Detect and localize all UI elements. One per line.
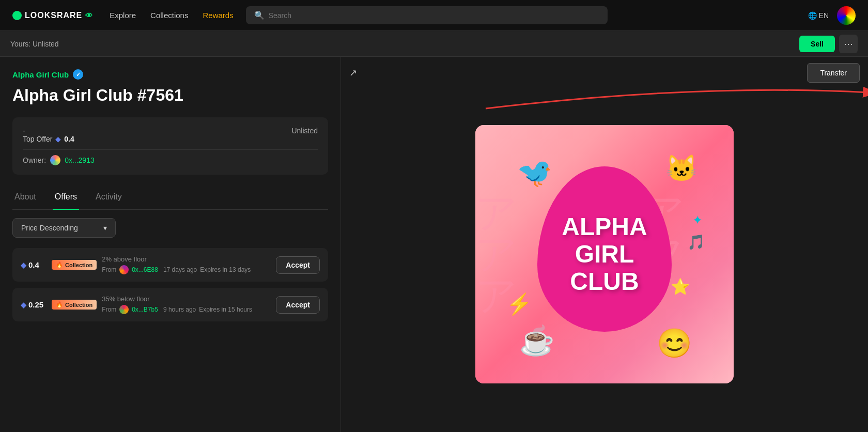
eth-diamond-icon-1: ◆ — [21, 261, 26, 269]
expand-icon[interactable]: ↗ — [349, 67, 357, 79]
fire-icon-1: 🔥 — [56, 261, 63, 268]
logo-text: LOOKSRARE — [25, 11, 82, 20]
eth-icon: ◆ — [55, 135, 61, 143]
from-avatar-1 — [119, 265, 129, 274]
price-card: - Top Offer ◆ 0.4 Unlisted Owner: 0x...2… — [12, 117, 328, 175]
smiley-icon: 😊 — [657, 327, 692, 360]
price-left: - Top Offer ◆ 0.4 — [23, 127, 74, 143]
accept-button-2[interactable]: Accept — [276, 296, 320, 314]
nav-collections[interactable]: Collections — [150, 11, 188, 20]
lightning-icon: ⚡ — [506, 292, 532, 316]
right-panel: ↗ Transfer ア フ ア ア ア フ ア ア ALPHA GIRL — [341, 57, 868, 432]
nft-title: Alpha Girl Club #7561 — [12, 86, 328, 105]
accept-button-1[interactable]: Accept — [276, 256, 320, 274]
sort-dropdown[interactable]: Price Descending ▾ — [12, 218, 116, 238]
offer-eth-2: ◆ 0.25 — [21, 300, 47, 309]
collection-badge-1: 🔥 Collection — [52, 260, 97, 270]
nft-image: ア フ ア ア ア フ ア ア ALPHA GIRL CLUB 🐦 🐱 ⚡ ☕ … — [475, 125, 734, 383]
left-panel: Alpha Girl Club ✓ Alpha Girl Club #7561 … — [0, 57, 341, 432]
offer-from-1: From 0x...6E88 17 days ago Expires in 13… — [102, 265, 271, 274]
star-teal-icon: ✦ — [692, 213, 703, 227]
logo-icon — [12, 11, 22, 20]
tabs: About Offers Activity — [12, 185, 328, 210]
image-toolbar: ↗ Transfer — [341, 57, 868, 89]
unlisted-badge: Unlisted — [291, 127, 318, 135]
star-yellow-icon: ⭐ — [671, 277, 690, 296]
eth-diamond-icon-2: ◆ — [21, 301, 26, 309]
offers-section: Price Descending ▾ ◆ 0.4 🔥 Collection 2%… — [12, 210, 328, 321]
offer-expiry-2: Expires in 15 hours — [199, 306, 252, 313]
nft-art-title: ALPHA GIRL CLUB — [537, 213, 672, 295]
collection-badge-2: 🔥 Collection — [52, 300, 97, 310]
chevron-down-icon: ▾ — [103, 224, 107, 232]
search-bar[interactable]: 🔍 — [246, 6, 608, 24]
bird-icon: 🐦 — [517, 156, 552, 190]
offer-price-2: 0.25 — [28, 300, 43, 309]
floor-percent-2: 35% below floor — [102, 295, 271, 303]
collection-name-text[interactable]: Alpha Girl Club — [12, 70, 69, 79]
offer-from-2: From 0x...B7b5 9 hours ago Expires in 15… — [102, 305, 271, 314]
offer-meta-1: 2% above floor From 0x...6E88 17 days ag… — [102, 255, 271, 274]
nav-rewards[interactable]: Rewards — [203, 11, 233, 20]
nav-right: 🌐 EN — [808, 6, 856, 25]
tab-activity[interactable]: Activity — [94, 185, 124, 210]
verified-badge: ✓ — [73, 69, 83, 80]
offer-meta-2: 35% below floor From 0x...B7b5 9 hours a… — [102, 295, 271, 314]
price-dash: - — [23, 127, 74, 135]
offer-time-1: 17 days ago — [163, 266, 197, 273]
tab-about[interactable]: About — [12, 185, 38, 210]
more-button[interactable]: ⋯ — [839, 35, 858, 53]
fire-icon-2: 🔥 — [56, 301, 63, 308]
offer-price-1: 0.4 — [28, 260, 39, 269]
sell-button[interactable]: Sell — [799, 36, 835, 52]
tab-offers[interactable]: Offers — [53, 185, 79, 210]
search-input[interactable] — [269, 11, 599, 20]
logo[interactable]: LOOKSRARE 👁 — [12, 11, 93, 20]
offer-eth-1: ◆ 0.4 — [21, 260, 47, 269]
nav-explore[interactable]: Explore — [110, 11, 136, 20]
more-icon: ⋯ — [844, 38, 853, 50]
lang-text: EN — [819, 11, 829, 20]
owner-row: Owner: 0x...2913 — [23, 149, 318, 165]
from-label-2: From — [102, 306, 116, 313]
status-bar: Yours: Unlisted Sell ⋯ — [0, 31, 868, 57]
nav-links: Explore Collections Rewards — [110, 11, 233, 20]
sort-label: Price Descending — [21, 224, 78, 232]
from-label-1: From — [102, 266, 116, 273]
owner-avatar — [50, 155, 60, 165]
owner-address[interactable]: 0x...2913 — [65, 156, 95, 164]
offer-expiry-1: Expires in 13 days — [200, 266, 251, 273]
status-text: Yours: Unlisted — [10, 40, 59, 48]
main-layout: Alpha Girl Club ✓ Alpha Girl Club #7561 … — [0, 57, 868, 432]
globe-icon: 🌐 — [808, 11, 817, 20]
avatar[interactable] — [837, 6, 856, 25]
nft-image-container: ア フ ア ア ア フ ア ア ALPHA GIRL CLUB 🐦 🐱 ⚡ ☕ … — [341, 89, 868, 432]
offer-item-2: ◆ 0.25 🔥 Collection 35% below floor From… — [12, 288, 328, 321]
language-button[interactable]: 🌐 EN — [808, 11, 829, 20]
music-note-icon: 🎵 — [687, 234, 705, 251]
offer-time-2: 9 hours ago — [163, 306, 196, 313]
eye-icon: 👁 — [85, 11, 93, 20]
owner-label: Owner: — [23, 156, 46, 164]
transfer-button[interactable]: Transfer — [807, 63, 860, 83]
navbar: LOOKSRARE 👁 Explore Collections Rewards … — [0, 0, 868, 31]
search-icon: 🔍 — [254, 10, 265, 20]
price-row: - Top Offer ◆ 0.4 Unlisted — [23, 127, 318, 143]
floor-percent-1: 2% above floor — [102, 255, 271, 263]
from-address-2[interactable]: 0x...B7b5 — [132, 306, 158, 313]
coffee-icon: ☕ — [519, 324, 555, 358]
offer-item: ◆ 0.4 🔥 Collection 2% above floor From 0… — [12, 248, 328, 282]
collection-name: Alpha Girl Club ✓ — [12, 69, 328, 80]
top-offer-value: 0.4 — [64, 135, 74, 143]
from-avatar-2 — [119, 305, 129, 314]
cat-icon: 🐱 — [665, 153, 698, 183]
status-actions: Sell ⋯ — [799, 35, 858, 53]
top-offer-label: Top Offer — [23, 135, 52, 143]
from-address-1[interactable]: 0x...6E88 — [132, 266, 158, 273]
top-offer: Top Offer ◆ 0.4 — [23, 135, 74, 143]
